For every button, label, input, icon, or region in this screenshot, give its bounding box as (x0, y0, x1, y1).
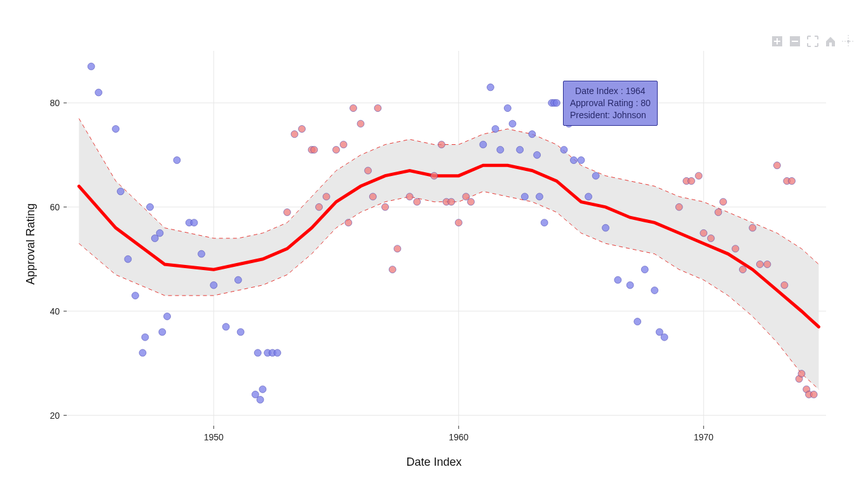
data-point[interactable] (810, 391, 817, 398)
tooltip-line2-label: Approval Rating : (570, 98, 641, 108)
data-point[interactable] (198, 250, 205, 257)
data-point[interactable] (707, 235, 714, 242)
data-point[interactable] (259, 386, 266, 393)
data-point[interactable] (438, 141, 445, 148)
data-point[interactable] (487, 84, 494, 91)
data-point[interactable] (357, 120, 364, 127)
data-point[interactable] (394, 245, 401, 252)
data-point[interactable] (164, 313, 171, 320)
hover-tooltip: Date Index : 1964 Approval Rating : 80 P… (563, 81, 658, 126)
data-point[interactable] (578, 157, 585, 164)
data-point[interactable] (125, 255, 132, 262)
data-point[interactable] (553, 99, 560, 106)
data-point[interactable] (254, 349, 261, 356)
tooltip-line3-value: Johnson (613, 110, 646, 120)
data-point[interactable] (455, 219, 462, 226)
data-point[interactable] (715, 209, 722, 216)
data-point[interactable] (789, 177, 796, 184)
data-point[interactable] (585, 193, 592, 200)
data-point[interactable] (406, 193, 413, 200)
data-point[interactable] (541, 219, 548, 226)
data-point[interactable] (234, 276, 241, 283)
data-point[interactable] (517, 146, 524, 153)
data-point[interactable] (350, 105, 357, 112)
data-point[interactable] (627, 281, 634, 288)
data-point[interactable] (382, 203, 389, 210)
y-tick-label: 40 (34, 306, 60, 316)
data-point[interactable] (112, 125, 119, 132)
tooltip-line2-value: 80 (641, 98, 651, 108)
data-point[interactable] (614, 276, 621, 283)
data-point[interactable] (764, 261, 771, 268)
plot-area[interactable] (0, 0, 868, 488)
data-point[interactable] (274, 349, 281, 356)
data-point[interactable] (237, 329, 244, 336)
data-point[interactable] (560, 146, 567, 153)
data-point[interactable] (431, 172, 438, 179)
y-tick-label: 60 (34, 202, 60, 212)
data-point[interactable] (529, 131, 536, 138)
data-point[interactable] (641, 266, 648, 273)
x-tick-label: 1960 (449, 432, 468, 442)
data-point[interactable] (798, 370, 805, 377)
data-point[interactable] (602, 224, 609, 231)
data-point[interactable] (323, 193, 330, 200)
data-point[interactable] (117, 188, 124, 195)
data-point[interactable] (210, 281, 217, 288)
tooltip-line1-label: Date Index : (575, 86, 625, 96)
data-point[interactable] (634, 318, 641, 325)
data-point[interactable] (191, 219, 198, 226)
data-point[interactable] (147, 203, 154, 210)
data-point[interactable] (95, 89, 102, 96)
data-point[interactable] (365, 167, 372, 174)
data-point[interactable] (414, 198, 421, 205)
data-point[interactable] (88, 63, 95, 70)
data-point[interactable] (283, 209, 290, 216)
x-tick-label: 1950 (204, 432, 224, 442)
data-point[interactable] (509, 120, 516, 127)
data-point[interactable] (504, 105, 511, 112)
data-point[interactable] (173, 157, 180, 164)
data-point[interactable] (700, 229, 707, 236)
data-point[interactable] (534, 151, 541, 158)
data-point[interactable] (299, 125, 306, 132)
data-point[interactable] (156, 229, 163, 236)
data-point[interactable] (340, 141, 347, 148)
data-point[interactable] (480, 141, 487, 148)
data-point[interactable] (570, 157, 577, 164)
data-point[interactable] (536, 193, 543, 200)
data-point[interactable] (651, 287, 658, 294)
data-point[interactable] (732, 245, 739, 252)
data-point[interactable] (468, 198, 475, 205)
data-point[interactable] (369, 193, 376, 200)
data-point[interactable] (492, 125, 499, 132)
data-point[interactable] (773, 162, 780, 169)
data-point[interactable] (592, 172, 599, 179)
data-point[interactable] (720, 198, 727, 205)
data-point[interactable] (695, 172, 702, 179)
data-point[interactable] (222, 323, 229, 330)
data-point[interactable] (257, 396, 264, 403)
data-point[interactable] (497, 146, 504, 153)
tooltip-line3-label: President: (570, 110, 613, 120)
data-point[interactable] (749, 224, 756, 231)
data-point[interactable] (333, 146, 340, 153)
data-point[interactable] (389, 266, 396, 273)
data-point[interactable] (675, 203, 682, 210)
data-point[interactable] (661, 334, 668, 341)
data-point[interactable] (139, 349, 146, 356)
data-point[interactable] (345, 219, 352, 226)
data-point[interactable] (132, 292, 139, 299)
data-point[interactable] (316, 203, 323, 210)
data-point[interactable] (159, 329, 166, 336)
data-point[interactable] (291, 131, 298, 138)
data-point[interactable] (311, 146, 318, 153)
data-point[interactable] (739, 266, 746, 273)
data-point[interactable] (521, 193, 528, 200)
data-point[interactable] (781, 281, 788, 288)
data-point[interactable] (756, 261, 763, 268)
data-point[interactable] (688, 177, 695, 184)
data-point[interactable] (374, 105, 381, 112)
data-point[interactable] (142, 334, 149, 341)
data-point[interactable] (448, 198, 455, 205)
